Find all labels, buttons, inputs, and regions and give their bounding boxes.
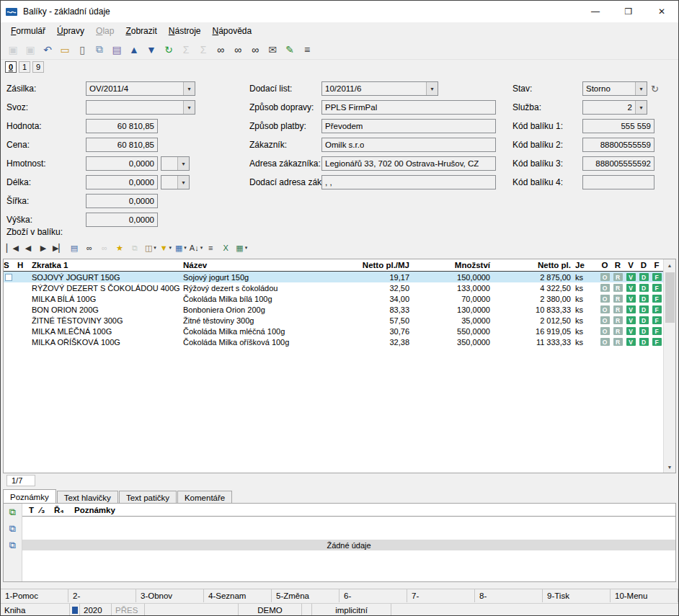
zakaznik-field[interactable]: Omilk s.r.o [321, 138, 496, 152]
hmotnost-unit-combo[interactable]: ▾ [161, 156, 190, 171]
fn-10-menu[interactable]: 10-Menu [611, 589, 678, 602]
menu-olap[interactable]: Olap [90, 24, 120, 38]
package-icon[interactable]: ◫▾ [144, 241, 157, 254]
col-header-zkratka[interactable]: Zkratka 1 [30, 261, 181, 269]
sort-icon[interactable]: A↓▾ [190, 241, 203, 254]
tab-text-hlavicky[interactable]: Text hlavičky [57, 491, 118, 503]
col-header-netto[interactable]: Netto pl. [492, 261, 573, 269]
first-record-icon[interactable]: ▏◀ [6, 241, 20, 254]
close-button[interactable]: ✕ [645, 1, 678, 22]
table-row[interactable]: MILKA MLÉČNÁ 100G Čokoláda Milka mléčná … [4, 326, 663, 336]
col-header-d[interactable]: D [637, 261, 650, 269]
sum-icon[interactable]: Σ [178, 43, 194, 57]
table-row[interactable]: MILKA BÍLÁ 100G Čokoláda Milka bílá 100g… [4, 293, 663, 304]
mail-icon[interactable]: ✉ [265, 43, 280, 57]
scroll-down-icon[interactable]: ▼ [664, 461, 675, 473]
fn-7[interactable]: 7- [407, 589, 475, 602]
table-row[interactable]: ŽITNÉ TĚSTOVINY 300G Žitné těstoviny 300… [4, 315, 663, 326]
col-header-v[interactable]: V [624, 261, 637, 269]
col-header-nazev[interactable]: Název [181, 261, 334, 269]
fn-1-pomoc[interactable]: 1-Pomoc [1, 589, 68, 602]
record-tab-9[interactable]: 9 [32, 61, 44, 73]
record-tab-0[interactable]: 0 [5, 61, 17, 73]
new-doc-icon[interactable]: ▯ [74, 43, 90, 57]
sum-filter-icon[interactable]: Σ [195, 43, 211, 57]
kod-baliku-4-field[interactable] [582, 175, 654, 189]
col-header-s[interactable]: S [4, 261, 15, 269]
note-copy-all-icon[interactable]: ⧉ [9, 523, 16, 535]
find-icon[interactable]: ∞ [213, 43, 228, 57]
save-close-icon[interactable]: ▣ [22, 43, 38, 57]
excel-icon[interactable]: X [220, 241, 233, 254]
fn-4-seznam[interactable]: 4-Seznam [204, 589, 272, 602]
col-header-r[interactable]: R [611, 261, 624, 269]
chevron-down-icon[interactable]: ▾ [183, 101, 195, 114]
notes-header-row[interactable]: T ⁄₃ Ř₄ Poznámky [22, 504, 675, 517]
fn-6[interactable]: 6- [340, 589, 407, 602]
sluzba-combo[interactable]: 2 ▾ [582, 100, 647, 115]
vyska-field[interactable]: 0,0000 [86, 213, 158, 227]
last-record-icon[interactable]: ▶▏ [53, 241, 66, 254]
kod-baliku-3-field[interactable]: 888005555592 [582, 156, 654, 171]
find-next-icon[interactable]: ∞ [230, 43, 246, 57]
chevron-down-icon[interactable]: ▾ [426, 82, 438, 95]
table-row[interactable]: BON ORION 200G Bonboniera Orion 200g 83,… [4, 304, 663, 315]
chevron-down-icon[interactable]: ▾ [177, 176, 189, 189]
menu-zobrazit[interactable]: Zobrazit [120, 24, 162, 38]
notes-col-t[interactable]: T [22, 506, 40, 514]
edit-doc-icon[interactable]: ✎ [282, 43, 298, 57]
svoz-combo[interactable]: ▾ [86, 100, 195, 115]
next-record-icon[interactable]: ▶ [37, 241, 50, 254]
maximize-button[interactable]: ❒ [612, 1, 645, 22]
menu-formular[interactable]: Formulář [5, 24, 51, 38]
col-header-netto-mj[interactable]: Netto pl./MJ [334, 261, 412, 269]
col-header-o[interactable]: O [598, 261, 611, 269]
tab-text-paticky[interactable]: Text patičky [119, 491, 177, 503]
search-icon[interactable]: ∞ [84, 241, 97, 254]
hmotnost-field[interactable]: 0,0000 [86, 156, 158, 171]
fn-3-obnov[interactable]: 3-Obnov [136, 589, 204, 602]
zasilka-combo[interactable]: OV/2011/4 ▾ [86, 81, 195, 96]
tab-komentare[interactable]: Komentáře [177, 491, 232, 503]
cena-field[interactable]: 60 810,85 [86, 138, 158, 152]
record-tab-1[interactable]: 1 [19, 61, 30, 73]
chevron-down-icon[interactable]: ▾ [635, 101, 647, 114]
table-row[interactable]: SOJOVÝ JOGURT 150G Sojový jogurt 150g 19… [4, 272, 663, 282]
refresh-state-icon[interactable]: ↻ [651, 84, 659, 94]
down-icon[interactable]: ▼ [143, 43, 159, 57]
delka-unit-combo[interactable]: ▾ [161, 175, 190, 189]
paste-icon[interactable]: ⧉ [129, 241, 142, 254]
up-icon[interactable]: ▲ [126, 43, 142, 57]
kod-baliku-2-field[interactable]: 88800555559 [582, 138, 654, 152]
tab-poznamky[interactable]: Poznámky [3, 489, 56, 503]
filter-icon[interactable]: ▼▾ [159, 241, 172, 254]
dodaci-adresa-field[interactable]: , , [321, 175, 496, 189]
fn-9-tisk[interactable]: 9-Tisk [543, 589, 611, 602]
stav-combo[interactable]: Storno ▾ [582, 81, 647, 96]
copy-icon[interactable]: ⧉ [92, 43, 107, 57]
notes-col-title[interactable]: Poznámky [74, 506, 115, 514]
undo-icon[interactable]: ↶ [40, 43, 56, 57]
minimize-button[interactable]: — [579, 1, 612, 22]
notes-col-3[interactable]: Ř₄ [54, 506, 74, 514]
save-icon[interactable]: ▣ [5, 43, 21, 57]
zpusob-dopravy-field[interactable]: PPLS FirmPal [321, 100, 496, 115]
note-paste-icon[interactable]: ⧉ [9, 540, 16, 551]
grid-header-row[interactable]: S H Zkratka 1 Název Netto pl./MJ Množstv… [4, 259, 663, 272]
chevron-down-icon[interactable]: ▾ [177, 157, 189, 170]
zpusob-platby-field[interactable]: Převodem [321, 119, 496, 133]
fn-5-zmena[interactable]: 5-Změna [272, 589, 340, 602]
vertical-scrollbar[interactable]: ▲ ▼ [663, 259, 675, 473]
scroll-up-icon[interactable]: ▲ [664, 259, 675, 271]
dodaci-list-combo[interactable]: 10/2011/6 ▾ [321, 81, 438, 96]
menu-nastroje[interactable]: Nástroje [163, 24, 207, 38]
col-header-h[interactable]: H [15, 261, 30, 269]
col-header-f[interactable]: F [650, 261, 663, 269]
search-next-icon[interactable]: ∞ [99, 241, 112, 254]
table-icon[interactable]: ▦▾ [235, 241, 248, 254]
fn-2[interactable]: 2- [68, 589, 136, 602]
detail-icon[interactable]: ▤ [68, 241, 81, 254]
chevron-down-icon[interactable]: ▾ [635, 82, 647, 95]
fn-8[interactable]: 8- [475, 589, 543, 602]
table-row[interactable]: MILKA OŘÍŠKOVÁ 100G Čokoláda Milka oříšk… [4, 336, 663, 347]
